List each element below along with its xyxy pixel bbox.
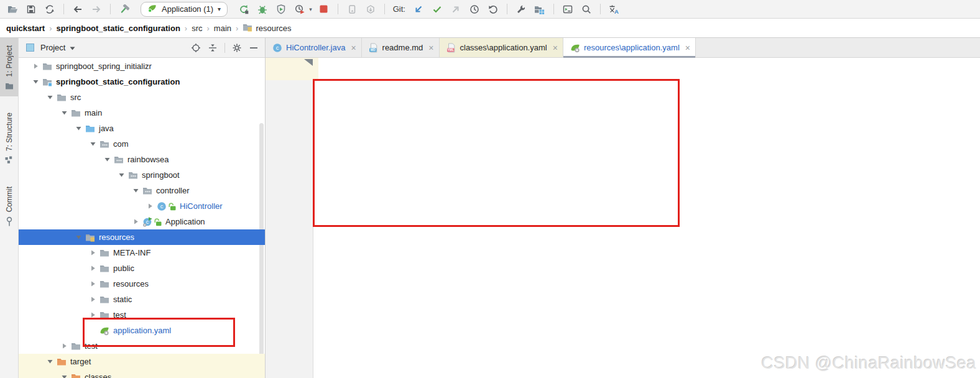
collapsed-arrow-icon[interactable] <box>88 310 98 320</box>
save-all-icon[interactable] <box>24 2 38 16</box>
terminal-icon[interactable] <box>561 2 575 16</box>
capture-snapshot-icon[interactable] <box>345 2 359 16</box>
editor-surface[interactable]: CSDN @ChinaRainbowSea <box>266 58 980 378</box>
tree-row-springboot-static-configuration[interactable]: springboot_static_configuration <box>19 74 265 90</box>
chevron-down-icon[interactable] <box>70 43 75 52</box>
tree-row-test[interactable]: test <box>19 307 265 323</box>
tree-row-controller[interactable]: controller <box>19 183 265 198</box>
open-project-icon[interactable] <box>6 2 19 16</box>
tree-row-target[interactable]: target <box>19 354 265 369</box>
tree-row-classes[interactable]: classes <box>19 369 265 378</box>
rerun-icon[interactable] <box>237 2 251 16</box>
git-update-icon[interactable] <box>412 2 425 16</box>
project-structure-icon[interactable] <box>533 2 547 16</box>
tree-row-label: test <box>85 341 98 351</box>
collapsed-arrow-icon[interactable] <box>88 295 98 305</box>
project-tool-window-icon <box>24 42 36 54</box>
expanded-arrow-icon[interactable] <box>45 93 55 103</box>
tab-readme-md[interactable]: MDreadme.md× <box>362 38 440 57</box>
tree-row-java[interactable]: java <box>19 121 265 136</box>
stop-icon[interactable] <box>317 2 331 16</box>
collapsed-arrow-icon[interactable] <box>88 264 98 274</box>
close-tab-icon[interactable]: × <box>428 44 433 52</box>
collapsed-arrow-icon[interactable] <box>30 62 40 71</box>
expanded-arrow-icon[interactable] <box>88 139 98 149</box>
collapsed-arrow-icon[interactable] <box>88 248 98 258</box>
tree-row-application[interactable]: cApplication <box>19 214 265 229</box>
collapsed-arrow-icon[interactable] <box>145 201 155 211</box>
tree-row-com[interactable]: com <box>19 136 265 152</box>
back-icon[interactable] <box>71 2 85 16</box>
git-commit-icon[interactable] <box>430 2 444 16</box>
tree-row-resources[interactable]: resources <box>19 276 265 292</box>
history-icon[interactable] <box>468 2 481 16</box>
forward-icon[interactable] <box>90 2 103 16</box>
tree-row-springboot-spring-initializr[interactable]: springboot_spring_initializr <box>19 58 265 74</box>
tree-row-application-yaml[interactable]: application.yaml <box>19 323 265 338</box>
locate-icon[interactable] <box>190 42 202 54</box>
close-tab-icon[interactable]: × <box>685 44 690 52</box>
project-panel-title[interactable]: Project <box>40 43 65 52</box>
collapsed-arrow-icon[interactable] <box>131 217 141 227</box>
expanded-arrow-icon[interactable] <box>131 186 141 196</box>
project-tree[interactable]: springboot_spring_initializrspringboot_s… <box>19 58 265 378</box>
breadcrumb-item-quickstart[interactable]: quickstart <box>6 24 45 33</box>
search-everywhere-icon[interactable] <box>580 2 593 16</box>
tree-row-static[interactable]: static <box>19 292 265 307</box>
tree-row-hicontroller[interactable]: cHiController <box>19 198 265 214</box>
tree-row-meta-inf[interactable]: META-INF <box>19 245 265 260</box>
breadcrumb-item-springboot-static-configuration[interactable]: springboot_static_configuration <box>56 24 180 33</box>
build-hammer-icon[interactable] <box>118 2 131 16</box>
tree-row-resources[interactable]: resources <box>19 229 265 245</box>
close-tab-icon[interactable]: × <box>553 44 558 52</box>
tree-row-label: application.yaml <box>113 326 171 335</box>
settings-gear-icon[interactable] <box>231 42 243 54</box>
tree-row-main[interactable]: main <box>19 105 265 121</box>
git-push-icon[interactable] <box>449 2 463 16</box>
expanded-arrow-icon[interactable] <box>102 155 112 165</box>
folder-icon <box>71 341 81 351</box>
expanded-arrow-icon[interactable] <box>116 170 126 180</box>
toolwindow-button-1-project[interactable]: 1: Project <box>0 38 18 96</box>
wrench-icon[interactable] <box>514 2 528 16</box>
tab-classes-application-yaml[interactable]: YMLclasses\application.yaml× <box>440 38 563 57</box>
close-tab-icon[interactable]: × <box>351 44 356 52</box>
expanded-arrow-icon[interactable] <box>45 357 55 367</box>
breadcrumb-label: resources <box>256 24 291 33</box>
expanded-arrow-icon[interactable] <box>30 77 40 87</box>
collapse-all-icon[interactable] <box>206 42 219 54</box>
lock-icon <box>168 202 176 211</box>
debug-icon[interactable] <box>256 2 269 16</box>
tab-hicontroller-java[interactable]: cHiController.java× <box>266 38 362 57</box>
tree-row-public[interactable]: public <box>19 260 265 276</box>
hide-panel-icon[interactable] <box>247 42 260 54</box>
expanded-arrow-icon[interactable] <box>73 124 83 134</box>
breadcrumb-item-src[interactable]: src <box>192 24 202 33</box>
expanded-arrow-icon[interactable] <box>59 372 69 378</box>
run-configuration-combo[interactable]: Application (1)▾ <box>141 2 228 17</box>
coverage-icon[interactable] <box>274 2 288 16</box>
tree-row-rainbowsea[interactable]: rainbowsea <box>19 152 265 167</box>
chevron-down-icon[interactable]: ▾ <box>309 6 312 12</box>
spring-boot-app-icon <box>147 3 157 15</box>
toolwindow-button-7-structure[interactable]: 7: Structure <box>0 105 18 170</box>
expanded-arrow-icon[interactable] <box>59 108 69 118</box>
tree-row-src[interactable]: src <box>19 90 265 105</box>
editor-gutter[interactable] <box>266 58 313 378</box>
tree-row-test[interactable]: test <box>19 338 265 354</box>
tree-row-label: controller <box>156 186 189 195</box>
expanded-arrow-icon[interactable] <box>73 233 83 242</box>
heap-dump-icon[interactable] <box>364 2 377 16</box>
collapsed-arrow-icon[interactable] <box>59 341 69 351</box>
fold-marker-icon[interactable] <box>304 59 313 66</box>
breadcrumb-item-resources[interactable]: resources <box>243 22 291 34</box>
rollback-icon[interactable] <box>486 2 500 16</box>
tree-row-springboot[interactable]: springboot <box>19 167 265 183</box>
sync-icon[interactable] <box>43 2 57 16</box>
toolwindow-button-commit[interactable]: Commit <box>0 179 18 231</box>
tab-resources-application-yaml[interactable]: resources\application.yaml× <box>563 38 696 57</box>
breadcrumb-item-main[interactable]: main <box>214 24 231 33</box>
collapsed-arrow-icon[interactable] <box>88 279 98 289</box>
profiler-icon[interactable] <box>293 2 307 16</box>
translate-icon[interactable]: A <box>608 2 621 16</box>
